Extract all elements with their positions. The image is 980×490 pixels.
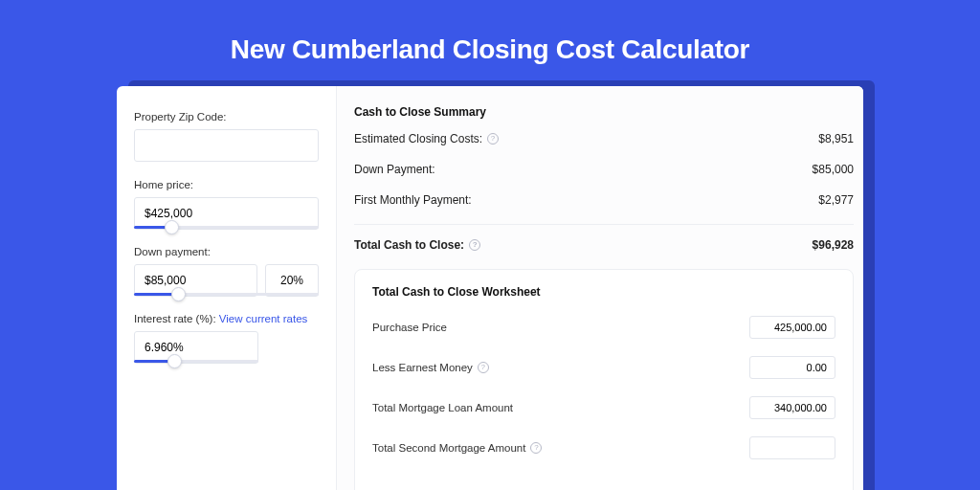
worksheet-row: Total Mortgage Loan Amount	[372, 396, 835, 419]
home-price-input[interactable]	[134, 197, 319, 230]
down-payment-label: Down payment:	[134, 246, 319, 257]
help-icon[interactable]: ?	[469, 239, 480, 251]
inputs-column: Property Zip Code: Home price: Down paym…	[117, 86, 337, 490]
interest-rate-slider[interactable]	[134, 360, 258, 363]
down-payment-field: Down payment:	[134, 246, 319, 296]
worksheet-value-input[interactable]	[749, 316, 835, 339]
worksheet-value-input[interactable]	[749, 436, 835, 459]
worksheet-row: Purchase Price	[372, 316, 835, 339]
home-price-field: Home price:	[134, 179, 319, 229]
down-payment-input[interactable]	[134, 264, 257, 297]
summary-total-row: Total Cash to Close: ? $96,928	[354, 224, 854, 252]
calculator-panel-wrap: Property Zip Code: Home price: Down paym…	[117, 86, 863, 490]
worksheet-title: Total Cash to Close Worksheet	[372, 285, 835, 299]
summary-value: $85,000	[813, 163, 854, 176]
page-title: New Cumberland Closing Cost Calculator	[0, 0, 980, 86]
home-price-label: Home price:	[134, 179, 319, 190]
slider-thumb-icon[interactable]	[171, 287, 186, 301]
summary-row: First Monthly Payment: $2,977	[354, 193, 854, 207]
down-payment-pct-input[interactable]	[265, 264, 319, 297]
summary-label: Down Payment:	[354, 163, 435, 176]
help-icon[interactable]: ?	[487, 133, 499, 145]
summary-total-label: Total Cash to Close:	[354, 238, 464, 252]
summary-value: $2,977	[818, 193, 854, 207]
summary-row: Down Payment: $85,000	[354, 163, 854, 176]
slider-thumb-icon[interactable]	[165, 220, 179, 234]
down-payment-slider[interactable]	[134, 293, 319, 296]
interest-rate-field: Interest rate (%): View current rates	[134, 313, 319, 363]
summary-label: First Monthly Payment:	[354, 193, 472, 207]
home-price-slider[interactable]	[134, 226, 319, 229]
worksheet-value-input[interactable]	[749, 396, 835, 419]
help-icon[interactable]: ?	[530, 442, 542, 454]
summary-label: Estimated Closing Costs:	[354, 132, 482, 145]
worksheet-row: Total Second Mortgage Amount ?	[372, 436, 835, 459]
zip-label: Property Zip Code:	[134, 111, 319, 122]
worksheet-label: Purchase Price	[372, 322, 447, 333]
worksheet-label: Total Second Mortgage Amount	[372, 442, 525, 454]
summary-row: Estimated Closing Costs: ? $8,951	[354, 132, 854, 145]
view-rates-link[interactable]: View current rates	[219, 313, 307, 324]
slider-thumb-icon[interactable]	[167, 354, 182, 368]
worksheet-row: Less Earnest Money ?	[372, 356, 835, 379]
zip-input[interactable]	[134, 129, 319, 162]
summary-value: $8,951	[818, 132, 854, 145]
summary-title: Cash to Close Summary	[354, 105, 854, 119]
rate-label-text: Interest rate (%):	[134, 313, 219, 324]
calculator-panel: Property Zip Code: Home price: Down paym…	[117, 86, 863, 490]
zip-field: Property Zip Code:	[134, 111, 319, 162]
worksheet-label: Total Mortgage Loan Amount	[372, 402, 513, 413]
results-column: Cash to Close Summary Estimated Closing …	[337, 86, 863, 490]
worksheet-card: Total Cash to Close Worksheet Purchase P…	[354, 269, 854, 490]
summary-total-value: $96,928	[813, 238, 854, 252]
interest-rate-label: Interest rate (%): View current rates	[134, 313, 319, 324]
help-icon[interactable]: ?	[478, 362, 489, 373]
worksheet-value-input[interactable]	[749, 356, 835, 379]
worksheet-label: Less Earnest Money	[372, 362, 473, 373]
interest-rate-input[interactable]	[134, 331, 258, 364]
